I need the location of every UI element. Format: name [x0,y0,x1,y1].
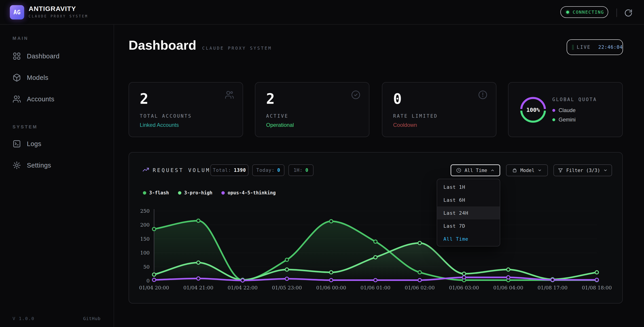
legend-item-opus-4-5-thinking: opus-4-5-thinking [222,190,276,196]
stat-value: 2 [266,90,275,107]
legend-item-3-flash: 3-flash [143,190,169,196]
sidebar-item-label: Models [27,74,48,82]
quota-percent: 100% [518,95,548,124]
svg-text:250: 250 [140,208,150,214]
live-clock: 22:46:04 [598,44,623,50]
status-dot-icon [566,11,569,14]
legend-dot-icon [178,191,181,194]
svg-text:01/06 04:00: 01/06 04:00 [493,285,523,290]
legend-dot-icon [222,191,225,194]
request-volume-panel: REQUEST VOLUME Total: 1390 Today: 0 1H: … [128,152,623,304]
version-label: V 1.0.0 [12,316,34,321]
stat-card-rate-limited: 0 RATE LIMITED Cooldown [382,82,496,137]
svg-text:01/06 01:00: 01/06 01:00 [360,285,390,290]
legend-item-3-pro-high: 3-pro-high [178,190,212,196]
sidebar-item-dashboard[interactable]: Dashboard [10,49,104,63]
cube-icon [12,73,21,82]
sidebar-item-label: Logs [27,140,41,148]
dropdown-option-last-1h[interactable]: Last 1H [437,180,500,194]
stat-sublabel: Operational [266,122,294,128]
sidebar-item-settings[interactable]: Settings [10,158,104,172]
svg-text:01/05 23:00: 01/05 23:00 [272,285,302,290]
svg-text:100: 100 [140,250,150,256]
sidebar-item-accounts[interactable]: Accounts [10,92,104,106]
users-icon [12,95,21,103]
live-status-badge: LIVE 22:46:04 [567,39,623,55]
stat-sublabel: Linked Accounts [140,122,179,128]
gear-icon [12,161,21,170]
quota-legend-gemini: Gemini [552,116,576,123]
legend-label: 3-flash [149,190,169,196]
legend-label: Gemini [558,116,576,123]
stat-sublabel: Cooldown [393,122,417,128]
sidebar-section-main: MAIN [12,36,28,41]
stat-card-active: 2 ACTIVE Operational [255,82,370,137]
svg-text:01/04 21:00: 01/04 21:00 [183,285,213,290]
app-subtitle: CLAUDE PROXY SYSTEM [28,14,88,18]
stat-label: TOTAL ACCOUNTS [140,114,192,119]
page-title: Dashboard [128,38,196,52]
stat-value: 2 [140,90,148,107]
sidebar-item-logs[interactable]: Logs [10,137,104,151]
quota-label: GLOBAL QUOTA [552,97,597,102]
page-header: Dashboard CLAUDE PROXY SYSTEM [128,38,272,52]
dropdown-option-all-time[interactable]: All Time [437,232,500,245]
chart-legend: 3-flash3-pro-highopus-4-5-thinking [143,190,276,196]
stat-card-global-quota: 100% GLOBAL QUOTA Claude Gemini [508,82,623,137]
layout-grid-icon [12,52,21,60]
top-bar: AG ANTIGRAVITY CLAUDE PROXY SYSTEM CONNE… [0,0,644,24]
legend-dot-icon [552,109,555,112]
stat-label: RATE LIMITED [393,114,438,119]
svg-text:01/06 00:00: 01/06 00:00 [316,285,346,290]
stat-label: ACTIVE [266,114,288,119]
sidebar-item-label: Dashboard [27,52,60,60]
sidebar-section-system: SYSTEM [12,124,38,130]
time-range-dropdown-menu: Last 1HLast 6HLast 24HLast 7DAll Time [437,179,500,246]
app-logo: AG [10,5,24,20]
refresh-icon [624,9,632,17]
svg-text:50: 50 [143,264,150,270]
legend-dot-icon [143,191,146,194]
users-icon [225,90,234,100]
sidebar-item-label: Settings [27,162,51,169]
connection-status-label: CONNECTING [573,10,604,15]
refresh-button[interactable] [624,8,633,18]
stat-card-total-accounts: 2 TOTAL ACCOUNTS Linked Accounts [128,82,243,137]
svg-text:01/08 17:00: 01/08 17:00 [538,285,568,290]
svg-text:01/04 20:00: 01/04 20:00 [139,285,169,290]
sidebar-item-label: Accounts [27,96,54,103]
topbar-divider [616,8,617,17]
app-title: ANTIGRAVITY [28,5,76,12]
page-subtitle: CLAUDE PROXY SYSTEM [202,46,272,50]
sidebar: MAIN Dashboard Models Accounts SYSTEM Lo… [0,24,114,327]
sidebar-item-models[interactable]: Models [10,71,104,84]
github-link[interactable]: GitHub [83,316,100,321]
stat-value: 0 [393,90,402,107]
connection-status-badge[interactable]: CONNECTING [560,6,608,18]
svg-text:01/06 02:00: 01/06 02:00 [405,285,435,290]
check-circle-icon [351,90,360,100]
quota-legend-claude: Claude [552,107,576,114]
svg-text:0: 0 [146,278,150,284]
quota-ring: 100% [518,95,548,124]
alert-circle-icon [478,90,488,100]
svg-text:01/08 18:00: 01/08 18:00 [582,285,612,290]
svg-text:150: 150 [140,236,150,242]
legend-label: 3-pro-high [184,190,212,196]
legend-label: opus-4-5-thinking [228,190,276,196]
legend-dot-icon [552,118,555,121]
request-volume-chart: 05010015020025001/04 20:0001/04 21:0001/… [129,152,623,304]
svg-text:01/06 03:00: 01/06 03:00 [449,285,479,290]
live-label: LIVE [577,44,591,50]
svg-text:01/04 22:00: 01/04 22:00 [228,285,258,290]
dropdown-option-last-7d[interactable]: Last 7D [437,220,500,232]
dropdown-option-last-6h[interactable]: Last 6H [437,194,500,206]
dropdown-option-last-24h[interactable]: Last 24H [437,206,500,220]
terminal-icon [12,140,21,148]
legend-label: Claude [558,107,576,114]
svg-text:200: 200 [140,222,150,228]
